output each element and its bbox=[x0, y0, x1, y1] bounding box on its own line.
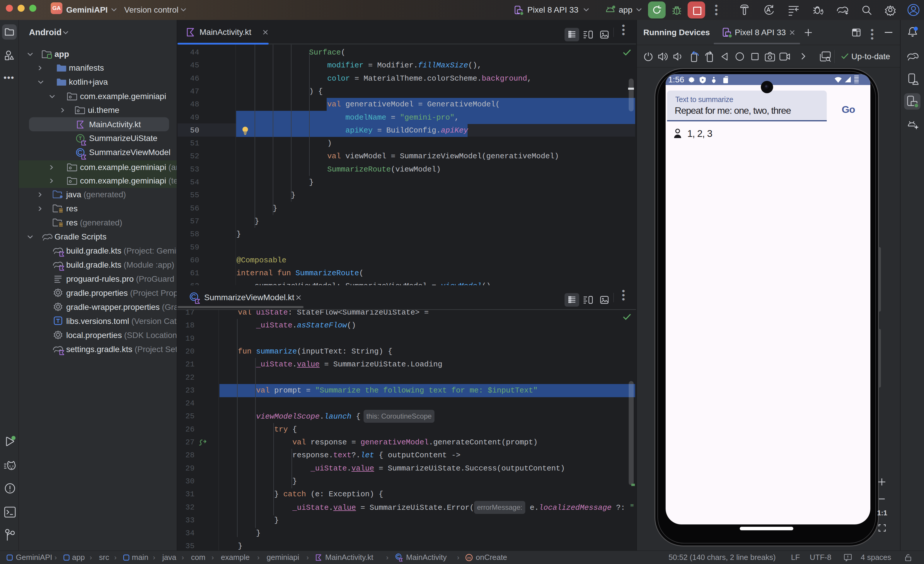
svg-text:m: m bbox=[467, 555, 471, 560]
